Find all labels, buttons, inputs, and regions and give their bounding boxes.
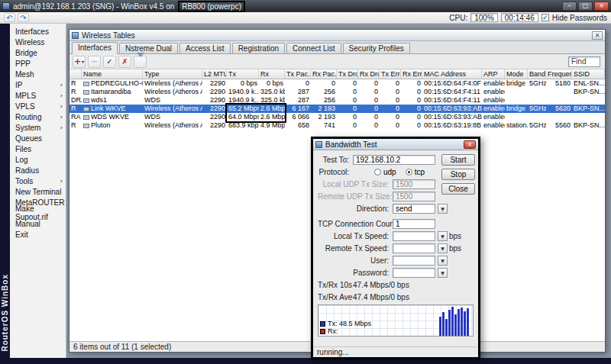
remote-udp-size-input[interactable]: 1500 — [393, 192, 435, 201]
table-row[interactable]: R Itamarandiba Wireless (Atheros AR5... … — [70, 88, 605, 96]
throughput-graph: Tx: 48.5 Mbps Rx: — [318, 304, 474, 337]
column-header-tx-drops[interactable]: Tx Drops — [337, 69, 358, 79]
sidebar-item-label: Tools — [15, 177, 33, 185]
sidebar-menu-item[interactable]: PPP — [10, 58, 66, 69]
sidebar-menu-item[interactable]: Wireless — [10, 37, 66, 47]
column-header-l2mtu[interactable]: L2 MTU — [202, 69, 227, 79]
undo-button[interactable]: ↶ — [4, 13, 15, 22]
remote-tx-speed-input[interactable] — [393, 243, 435, 253]
column-header-tx-errors[interactable]: Tx Errors — [380, 69, 401, 79]
tab[interactable]: Access List — [179, 43, 231, 53]
sidebar-menu-item[interactable]: New Terminal — [10, 186, 66, 197]
close-button[interactable]: × — [594, 2, 609, 11]
tab[interactable]: Registration — [232, 43, 285, 53]
sidebar-item-label: Manual — [15, 220, 40, 228]
remove-button[interactable]: − — [88, 56, 101, 68]
sidebar-item-label: MPLS — [15, 92, 36, 100]
local-udp-size-input[interactable]: 1500 — [393, 179, 435, 189]
tab[interactable]: Nstreme Dual — [119, 43, 178, 53]
redo-button[interactable]: ↷ — [18, 13, 29, 22]
row-name: wds1 — [82, 96, 143, 105]
sidebar-menu-item[interactable]: Queues — [10, 133, 66, 143]
start-button[interactable]: Start — [441, 154, 475, 166]
sidebar-menu-item[interactable]: Interfaces — [10, 26, 66, 37]
sidebar-menu-item[interactable]: Exit — [10, 229, 66, 240]
minimize-button[interactable]: – — [562, 2, 577, 11]
column-header-name[interactable]: Name — [82, 69, 143, 79]
user-input[interactable] — [393, 256, 435, 266]
sidebar-menu-item[interactable]: Files — [10, 143, 66, 154]
column-header-tx-packets[interactable]: Tx Pac... — [285, 69, 311, 79]
table-row[interactable]: R PEDREGULHO-CACA... Wireless (Atheros A… — [70, 79, 605, 88]
rx-legend-swatch — [320, 329, 325, 334]
column-header-rx-drops[interactable]: Rx Drops — [358, 69, 380, 79]
table-row[interactable]: DRA wds1 WDS 2290 1940.9 k... 325.0 kbps… — [70, 96, 605, 105]
protocol-tcp-radio[interactable]: tcp — [406, 168, 425, 176]
graph-bar — [439, 317, 441, 336]
tab[interactable]: Security Profiles — [343, 43, 410, 53]
sidebar-menu-item[interactable]: System › — [10, 122, 66, 133]
direction-select[interactable]: send — [393, 204, 435, 214]
column-header-type[interactable]: Type — [143, 69, 202, 79]
sidebar-menu-item[interactable]: Mesh — [10, 69, 66, 79]
sidebar-menu-item[interactable]: Make Supout.rif — [10, 208, 66, 218]
user-dropdown-button[interactable]: ▼ — [438, 256, 448, 266]
row-name: PEDREGULHO-CACA... — [82, 79, 143, 88]
direction-dropdown-button[interactable]: ▼ — [438, 204, 448, 214]
sidebar-menu-item[interactable]: Radius — [10, 165, 66, 176]
window-close-button[interactable]: × — [592, 31, 603, 40]
column-header-ssid[interactable]: SSID — [572, 69, 605, 79]
sidebar-menu-item[interactable]: Bridge — [10, 47, 66, 58]
column-header-rx[interactable]: Rx — [259, 69, 285, 79]
column-header-rx-packets[interactable]: Rx Pac... — [311, 69, 337, 79]
dialog-body: Test To: 192.168.10.2 Protocol: udp tcp — [313, 150, 478, 357]
column-header-tx[interactable]: Tx — [227, 69, 259, 79]
app-titlebar[interactable]: admin@192.168.1.203 (SNG) - WinBox v4.5 … — [0, 0, 611, 12]
filter-button[interactable] — [134, 56, 147, 68]
tcp-count-input[interactable]: 1 — [393, 219, 435, 229]
hide-passwords-checkbox[interactable]: ✓ — [541, 14, 549, 21]
password-input[interactable] — [393, 268, 435, 278]
local-tx-speed-dropdown-button[interactable]: ▼ — [438, 231, 448, 241]
graph-bar — [445, 319, 448, 336]
column-header-frequency[interactable]: Frequen... — [546, 69, 572, 79]
protocol-udp-radio[interactable]: udp — [374, 168, 396, 176]
test-to-input[interactable]: 192.168.10.2 — [353, 155, 435, 165]
local-tx-speed-input[interactable] — [393, 231, 435, 241]
dialog-close-button[interactable]: × — [464, 140, 476, 149]
column-header-flags[interactable] — [70, 69, 82, 79]
column-header-mode[interactable]: Mode — [505, 69, 528, 79]
disable-button[interactable]: ✗ — [118, 56, 131, 68]
password-dropdown-button[interactable]: ▼ — [438, 268, 448, 278]
dialog-titlebar[interactable]: Bandwidth Test × — [313, 139, 478, 150]
remote-tx-speed-dropdown-button[interactable]: ▼ — [438, 243, 448, 253]
interface-icon — [83, 107, 89, 111]
table-row[interactable]: R Link WKVE Wireless (Atheros AR5... 229… — [70, 105, 605, 113]
wireless-tables-titlebar[interactable]: Wireless Tables × — [70, 30, 605, 41]
row-flags: R — [70, 79, 82, 88]
enable-button[interactable]: ✓ — [103, 56, 116, 68]
sidebar-menu-item[interactable]: IP › — [10, 79, 66, 90]
graph-bars — [439, 305, 469, 336]
sidebar-menu-item[interactable]: Routing › — [10, 111, 66, 122]
column-header-mac[interactable]: MAC Address — [422, 69, 482, 79]
sidebar-menu-item[interactable]: VPLS › — [10, 101, 66, 111]
tab[interactable]: Connect List — [286, 43, 341, 53]
sidebar-menu-item[interactable]: Tools › — [10, 176, 66, 186]
app-title: admin@192.168.1.203 (SNG) - WinBox v4.5 … — [13, 1, 245, 12]
graph-legend: Tx: 48.5 Mbps Rx: — [320, 320, 371, 335]
sidebar-menu-item[interactable]: Log — [10, 154, 66, 165]
column-header-band[interactable]: Band — [528, 69, 546, 79]
tab-bar: InterfacesNstreme DualAccess ListRegistr… — [70, 41, 605, 54]
stop-button[interactable]: Stop — [441, 169, 475, 180]
find-input[interactable]: Find — [568, 56, 600, 67]
add-button[interactable]: + ▾ — [73, 56, 86, 68]
column-header-rx-errors[interactable]: Rx Errors — [401, 69, 422, 79]
maximize-button[interactable]: □ — [578, 2, 593, 11]
tab[interactable]: Interfaces — [72, 42, 118, 54]
sidebar-menu-item[interactable]: MPLS › — [10, 90, 66, 101]
table-row[interactable]: R Pluton Wireless (Atheros AR5... 2290 6… — [70, 121, 605, 130]
close-dialog-button[interactable]: Close — [441, 183, 475, 195]
table-row[interactable]: RA WDS WKVE WDS 2290 64.0 Mbps 2.6 Mbps … — [70, 113, 605, 121]
column-header-arp[interactable]: ARP — [482, 69, 505, 79]
